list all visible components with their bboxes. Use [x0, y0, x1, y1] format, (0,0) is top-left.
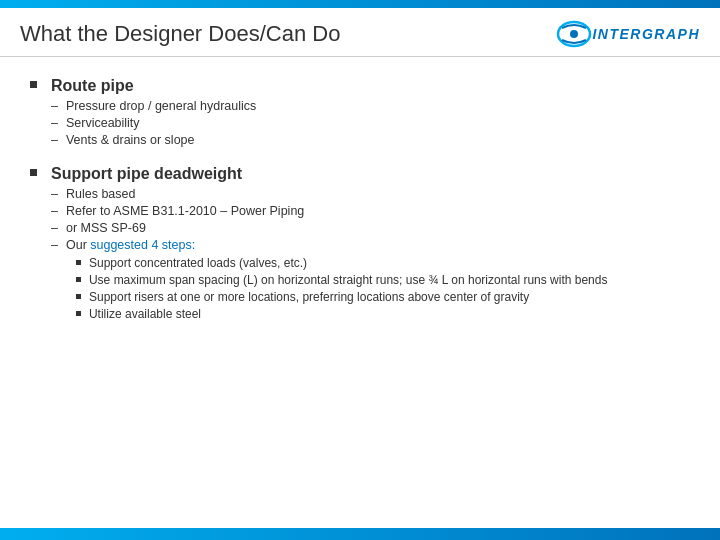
support-pipe-item-1: – Rules based	[51, 187, 690, 201]
nested-bullet-icon	[76, 260, 81, 265]
support-pipe-title: Support pipe deadweight	[51, 165, 690, 183]
dash-icon: –	[51, 204, 58, 218]
support-pipe-item-2: – Refer to ASME B31.1-2010 – Power Pipin…	[51, 204, 690, 218]
route-pipe-item-2: – Serviceability	[51, 116, 690, 130]
nested-bullet-icon	[76, 294, 81, 299]
support-pipe-content: Support pipe deadweight – Rules based – …	[51, 165, 690, 321]
bullet-icon-2	[30, 169, 37, 176]
dash-icon: –	[51, 221, 58, 235]
support-pipe-item-4: – Our suggested 4 steps: Support concent…	[51, 238, 690, 321]
svg-point-1	[570, 30, 578, 38]
nested-item-1: Support concentrated loads (valves, etc.…	[76, 256, 607, 270]
nested-bullet-icon	[76, 277, 81, 282]
dash-icon: –	[51, 116, 58, 130]
route-pipe-content: Route pipe – Pressure drop / general hyd…	[51, 77, 690, 147]
route-pipe-section: Route pipe – Pressure drop / general hyd…	[30, 77, 690, 147]
route-pipe-item-1: – Pressure drop / general hydraulics	[51, 99, 690, 113]
highlight-text: suggested 4 steps:	[90, 238, 195, 252]
top-bar	[0, 0, 720, 8]
dash-icon: –	[51, 99, 58, 113]
support-pipe-subitems: – Rules based – Refer to ASME B31.1-2010…	[51, 187, 690, 321]
content-area: Route pipe – Pressure drop / general hyd…	[0, 57, 720, 528]
slide-title: What the Designer Does/Can Do	[20, 21, 340, 47]
intergraph-logo-icon	[556, 20, 592, 48]
intergraph-logo: INTERGRAPH	[556, 20, 700, 48]
dash-icon: –	[51, 187, 58, 201]
support-pipe-item-3: – or MSS SP-69	[51, 221, 690, 235]
nested-item-3: Support risers at one or more locations,…	[76, 290, 607, 304]
bottom-bar	[0, 528, 720, 540]
nested-bullet-icon	[76, 311, 81, 316]
bullet-icon-1	[30, 81, 37, 88]
slide: What the Designer Does/Can Do INTERGRAPH…	[0, 0, 720, 540]
dash-icon: –	[51, 238, 58, 252]
nested-items: Support concentrated loads (valves, etc.…	[76, 256, 607, 321]
logo-text: INTERGRAPH	[592, 26, 700, 42]
nested-item-2: Use maximum span spacing (L) on horizont…	[76, 273, 607, 287]
route-pipe-item-3: – Vents & drains or slope	[51, 133, 690, 147]
header: What the Designer Does/Can Do INTERGRAPH	[0, 8, 720, 57]
route-pipe-subitems: – Pressure drop / general hydraulics – S…	[51, 99, 690, 147]
suggested-steps: Our suggested 4 steps: Support concentra…	[66, 238, 607, 321]
dash-icon: –	[51, 133, 58, 147]
support-pipe-section: Support pipe deadweight – Rules based – …	[30, 165, 690, 321]
nested-item-4: Utilize available steel	[76, 307, 607, 321]
route-pipe-title: Route pipe	[51, 77, 690, 95]
